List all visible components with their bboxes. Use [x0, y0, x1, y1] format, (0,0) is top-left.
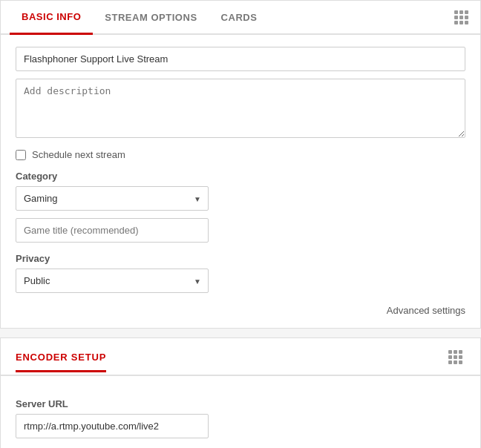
tab-bar: BASIC INFO STREAM OPTIONS CARDS [1, 1, 480, 35]
dot-8 [459, 21, 463, 24]
advanced-row: Advanced settings [16, 293, 465, 316]
enc-dot-1 [448, 350, 452, 354]
category-label: Category [16, 171, 465, 182]
game-title-input[interactable] [16, 218, 209, 243]
enc-dot-2 [454, 350, 457, 354]
server-url-label: Server URL [16, 398, 465, 409]
dot-5 [459, 16, 463, 19]
advanced-settings-link[interactable]: Advanced settings [387, 305, 465, 316]
enc-dot-3 [459, 350, 462, 354]
dot-1 [454, 10, 458, 14]
schedule-label: Schedule next stream [32, 149, 125, 160]
description-textarea[interactable] [16, 79, 465, 138]
dot-3 [465, 10, 468, 14]
enc-dot-4 [448, 355, 452, 359]
encoder-dots[interactable] [445, 347, 465, 367]
basic-info-body: Schedule next stream Category Gaming Edu… [1, 35, 480, 328]
stream-title-input[interactable] [16, 47, 465, 71]
dot-2 [459, 10, 463, 14]
basic-info-card: BASIC INFO STREAM OPTIONS CARDS Schedule… [0, 0, 481, 329]
server-url-input[interactable] [16, 414, 209, 438]
dot-4 [454, 16, 458, 19]
schedule-row: Schedule next stream [16, 149, 465, 160]
enc-dot-5 [454, 355, 457, 359]
dot-9 [465, 21, 468, 24]
encoder-body: Server URL Stream name/key Reveal [1, 376, 480, 448]
privacy-select-wrapper: Public Unlisted Private ▼ [16, 269, 209, 293]
schedule-checkbox[interactable] [16, 150, 26, 160]
tab-bar-dots[interactable] [451, 7, 471, 27]
enc-dot-6 [459, 355, 462, 359]
tab-stream-options[interactable]: STREAM OPTIONS [93, 1, 209, 33]
enc-dot-9 [459, 360, 462, 364]
privacy-select[interactable]: Public Unlisted Private [16, 269, 209, 293]
enc-dot-7 [448, 360, 452, 364]
category-select[interactable]: Gaming Education Entertainment Music Tec… [16, 186, 209, 211]
dot-6 [465, 16, 468, 19]
encoder-setup-card: ENCODER SETUP Server URL Stream name/key… [0, 337, 481, 448]
dot-7 [454, 21, 458, 24]
tab-cards[interactable]: CARDS [209, 1, 269, 33]
encoder-header: ENCODER SETUP [1, 338, 480, 376]
privacy-label: Privacy [16, 253, 465, 264]
encoder-title: ENCODER SETUP [16, 352, 106, 372]
enc-dot-8 [454, 360, 457, 364]
tab-basic-info[interactable]: BASIC INFO [10, 1, 93, 35]
category-select-wrapper: Gaming Education Entertainment Music Tec… [16, 186, 209, 211]
